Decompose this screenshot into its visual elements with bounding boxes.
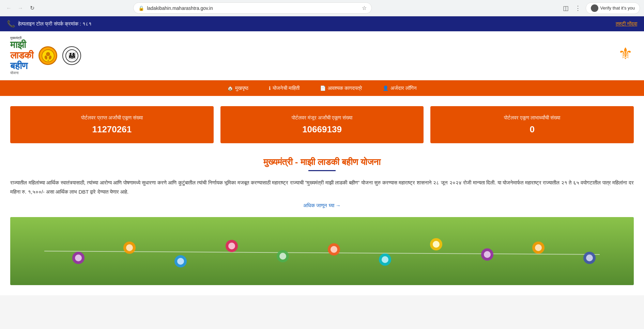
stat-card-received: पोर्टलवर प्राप्त अर्जांची एकूण संख्या 11… xyxy=(10,106,214,143)
svg-point-13 xyxy=(126,244,133,251)
stat-label-approved: पोर्टलवर मंजूर अर्जांची एकूण संख्या xyxy=(227,115,417,121)
svg-point-21 xyxy=(331,246,337,253)
logo-section: मुख्यमंत्री माझी लाडकी बहीण योजना ★ 👨‍👩‍… xyxy=(10,36,81,75)
stat-card-approved: पोर्टलवर मंजूर अर्जांची एकूण संख्या 1066… xyxy=(220,106,424,143)
browser-chrome: ← → ↻ 🔒 ☆ ◫ ⋮ Verify that it's you xyxy=(0,0,644,16)
svg-point-31 xyxy=(586,254,593,261)
home-icon: 🏠 xyxy=(227,85,233,91)
logo-word3: बहीण xyxy=(10,61,28,71)
nav-link-login[interactable]: 👤 अर्जदार लॉगिन xyxy=(372,80,427,96)
nav-item-login[interactable]: 👤 अर्जदार लॉगिन xyxy=(372,80,427,96)
refresh-button[interactable]: ↻ xyxy=(27,3,37,13)
section-description: राज्यातील महिलांच्या आर्थिक स्वातंत्र्या… xyxy=(10,178,634,196)
forward-button[interactable]: → xyxy=(16,3,25,13)
logo-word1: माझी xyxy=(10,39,26,50)
ashoka-emblem: ⚜ xyxy=(617,44,634,67)
nav-link-home[interactable]: 🏠 मुखपृष्ठ xyxy=(217,80,259,96)
site-header: मुख्यमंत्री माझी लाडकी बहीण योजना ★ 👨‍👩‍… xyxy=(0,31,644,80)
svg-point-29 xyxy=(535,244,542,251)
emblem-badge-2: 👨‍👩‍👧 xyxy=(62,46,81,65)
stat-card-beneficiary: पोर्टलवर एकूण लाभार्थ्यांची संख्या 0 xyxy=(430,106,634,143)
verify-identity-button[interactable]: Verify that it's you xyxy=(586,2,640,14)
stat-value-received: 11270261 xyxy=(17,124,207,135)
read-more-link[interactable]: अधिक जाणून घ्या → xyxy=(10,202,634,209)
user-icon: 👤 xyxy=(383,85,388,91)
info-icon: ℹ xyxy=(269,85,271,91)
stat-value-beneficiary: 0 xyxy=(437,124,627,135)
nav-label-home: मुखपृष्ठ xyxy=(235,85,248,91)
nav-item-docs[interactable]: 📄 आवश्यक कागदपत्रे xyxy=(310,80,372,96)
helpline-text: हेल्पलाइन टोल फ्री संपर्क क्रमांक : १८१ xyxy=(18,21,92,27)
logo-word2: लाडकी xyxy=(10,50,33,61)
browser-actions: ◫ ⋮ Verify that it's you xyxy=(562,2,640,14)
stat-value-approved: 10669139 xyxy=(227,124,417,135)
nav-label-docs: आवश्यक कागदपत्रे xyxy=(328,85,362,91)
back-button[interactable]: ← xyxy=(4,3,14,13)
stat-label-beneficiary: पोर्टलवर एकूण लाभार्थ्यांची संख्या xyxy=(437,115,627,121)
svg-point-1 xyxy=(46,52,50,56)
nav-label-login: अर्जदार लॉगिन xyxy=(390,85,417,91)
address-bar[interactable]: 🔒 ☆ xyxy=(133,2,372,14)
main-content: मुख्यमंत्री - माझी लाडकी बहीण योजना राज्… xyxy=(0,150,644,295)
document-icon: 📄 xyxy=(320,85,326,91)
svg-text:👨‍👩‍👧: 👨‍👩‍👧 xyxy=(67,51,76,60)
svg-point-11 xyxy=(75,254,82,261)
title-underline xyxy=(308,170,336,171)
nav-link-docs[interactable]: 📄 आवश्यक कागदपत्रे xyxy=(310,80,372,96)
nav-label-info: योजनेची माहिती xyxy=(273,85,300,91)
menu-button[interactable]: ⋮ xyxy=(573,3,582,13)
extensions-button[interactable]: ◫ xyxy=(562,3,570,13)
error-report-link[interactable]: त्रुटी नोंदवा xyxy=(616,21,637,27)
main-logo: मुख्यमंत्री माझी लाडकी बहीण योजना xyxy=(10,36,33,75)
svg-point-19 xyxy=(279,253,286,260)
top-banner: 📞 हेल्पलाइन टोल फ्री संपर्क क्रमांक : १८… xyxy=(0,16,644,31)
stats-section: पोर्टलवर प्राप्त अर्जांची एकूण संख्या 11… xyxy=(0,96,644,150)
main-navigation: 🏠 मुखपृष्ठ ℹ योजनेची माहिती 📄 आवश्यक काग… xyxy=(0,80,644,96)
verify-label: Verify that it's you xyxy=(600,5,635,11)
svg-point-17 xyxy=(228,243,235,249)
phone-icon: 📞 xyxy=(7,20,15,28)
star-icon[interactable]: ☆ xyxy=(362,5,367,11)
content-image xyxy=(10,217,634,285)
nav-link-info[interactable]: ℹ योजनेची माहिती xyxy=(259,80,310,96)
svg-point-15 xyxy=(177,258,184,265)
nav-item-home[interactable]: 🏠 मुखपृष्ठ xyxy=(217,80,259,96)
helpline-section: 📞 हेल्पलाइन टोल फ्री संपर्क क्रमांक : १८… xyxy=(7,20,92,28)
svg-point-23 xyxy=(382,256,388,263)
logo-marathi: माझी लाडकी बहीण xyxy=(10,40,33,71)
browser-nav-buttons: ← → ↻ xyxy=(4,3,37,13)
svg-point-27 xyxy=(484,251,491,258)
stat-label-received: पोर्टलवर प्राप्त अर्जांची एकूण संख्या xyxy=(17,115,207,121)
svg-text:⚜: ⚜ xyxy=(618,45,633,63)
section-title: मुख्यमंत्री - माझी लाडकी बहीण योजना xyxy=(10,157,634,167)
url-input[interactable] xyxy=(147,5,359,11)
logo-word4: योजना xyxy=(10,71,18,75)
svg-point-25 xyxy=(433,241,440,248)
user-avatar xyxy=(591,4,598,12)
emblem-badge-1: ★ xyxy=(39,46,57,65)
svg-text:★: ★ xyxy=(47,59,49,62)
content-image-inner xyxy=(10,217,634,285)
security-icon: 🔒 xyxy=(138,5,144,11)
nav-item-info[interactable]: ℹ योजनेची माहिती xyxy=(259,80,310,96)
